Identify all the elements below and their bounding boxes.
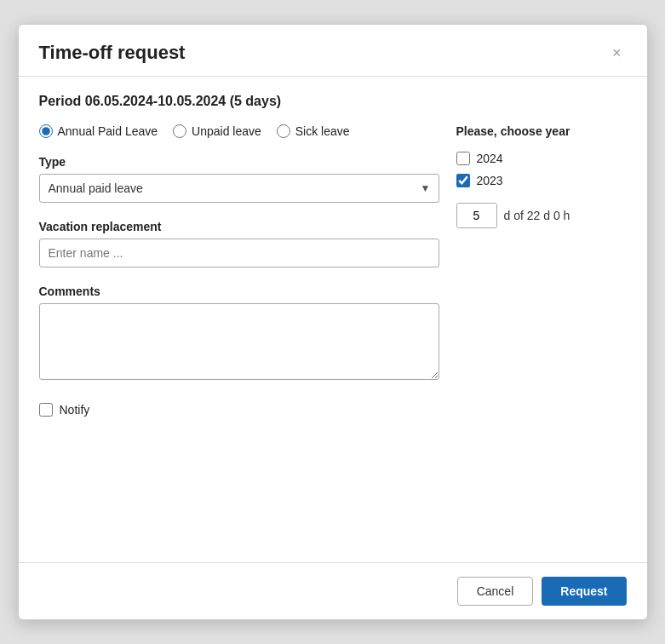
close-button[interactable]: × xyxy=(607,43,627,62)
radio-sick[interactable]: Sick leave xyxy=(277,124,350,138)
year-2023-label[interactable]: 2023 xyxy=(477,174,503,187)
period-text: Period 06.05.2024-10.05.2024 (5 days) xyxy=(39,94,627,109)
radio-unpaid-label[interactable]: Unpaid leave xyxy=(192,124,261,138)
year-2024-row: 2024 xyxy=(456,152,627,165)
year-2023-row: 2023 xyxy=(456,174,627,187)
days-row: d of 22 d 0 h xyxy=(456,203,627,228)
dialog-header: Time-off request × xyxy=(19,25,647,77)
type-select[interactable]: Annual paid leave Unpaid leave Sick leav… xyxy=(39,174,439,203)
notify-label[interactable]: Notify xyxy=(60,403,90,417)
comments-textarea[interactable] xyxy=(39,303,439,380)
radio-annual-input[interactable] xyxy=(39,124,53,138)
comments-section: Comments xyxy=(39,285,439,396)
radio-sick-input[interactable] xyxy=(277,124,290,138)
time-off-dialog: Time-off request × Period 06.05.2024-10.… xyxy=(18,24,648,620)
radio-annual[interactable]: Annual Paid Leave xyxy=(39,124,158,138)
type-select-wrapper: Annual paid leave Unpaid leave Sick leav… xyxy=(39,174,439,203)
leave-type-row: Annual Paid Leave Unpaid leave Sick leav… xyxy=(39,124,439,138)
radio-unpaid[interactable]: Unpaid leave xyxy=(173,124,261,138)
type-section: Type Annual paid leave Unpaid leave Sick… xyxy=(39,155,439,216)
radio-annual-label[interactable]: Annual Paid Leave xyxy=(58,124,158,138)
year-2024-label[interactable]: 2024 xyxy=(477,152,503,165)
left-form: Annual Paid Leave Unpaid leave Sick leav… xyxy=(39,124,439,545)
request-button[interactable]: Request xyxy=(542,577,626,606)
year-panel-title: Please, choose year xyxy=(456,124,627,138)
comments-label: Comments xyxy=(39,285,439,298)
vacation-replacement-section: Vacation replacement xyxy=(39,220,439,281)
type-label: Type xyxy=(39,155,439,169)
notify-checkbox[interactable] xyxy=(39,403,53,417)
year-2023-checkbox[interactable] xyxy=(456,174,470,187)
radio-unpaid-input[interactable] xyxy=(173,124,186,138)
cancel-button[interactable]: Cancel xyxy=(457,577,534,606)
dialog-footer: Cancel Request xyxy=(19,562,647,619)
dialog-body: Period 06.05.2024-10.05.2024 (5 days) An… xyxy=(19,77,647,562)
days-suffix: d of 22 d 0 h xyxy=(504,209,570,222)
year-2024-checkbox[interactable] xyxy=(456,152,470,165)
notify-row: Notify xyxy=(39,403,439,417)
radio-group: Annual Paid Leave Unpaid leave Sick leav… xyxy=(39,124,439,138)
vacation-replacement-input[interactable] xyxy=(39,239,439,267)
days-input[interactable] xyxy=(456,203,497,228)
right-panel: Please, choose year 2024 2023 d of 22 d … xyxy=(456,124,627,228)
radio-sick-label[interactable]: Sick leave xyxy=(295,124,350,138)
vacation-replacement-label: Vacation replacement xyxy=(39,220,439,233)
dialog-title: Time-off request xyxy=(39,42,186,64)
main-content: Annual Paid Leave Unpaid leave Sick leav… xyxy=(39,124,627,545)
